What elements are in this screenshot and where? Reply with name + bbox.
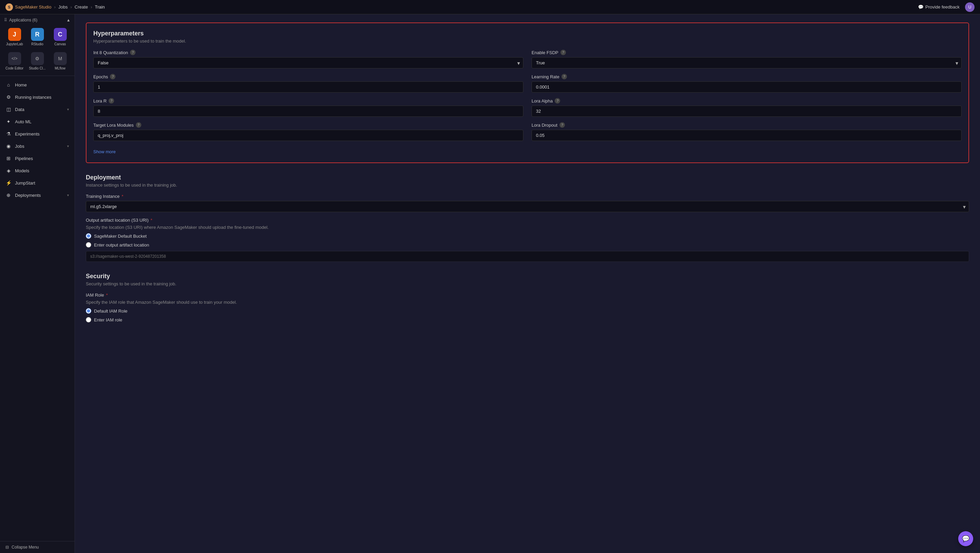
collapse-menu-button[interactable]: ⊟ Collapse Menu xyxy=(5,545,39,550)
iam-role-subtitle: Specify the IAM role that Amazon SageMak… xyxy=(86,300,969,305)
radio-custom-bucket-label: Enter output artifact location xyxy=(94,242,149,248)
jobs-icon: ◉ xyxy=(5,143,11,149)
breadcrumb-jobs[interactable]: Jobs xyxy=(58,5,67,10)
learning-rate-label: Learning Rate ? xyxy=(531,74,962,79)
nav-section: ⌂ Home ⚙ Running instances ◫ Data ▾ ✦ Au… xyxy=(0,76,75,541)
deployments-icon: ⊕ xyxy=(5,192,11,198)
radio-custom-iam-input[interactable] xyxy=(86,317,91,323)
sidebar-item-pipelines[interactable]: ⊞ Pipelines xyxy=(0,152,75,164)
output-artifact-subtitle: Specify the location (S3 URI) where Amaz… xyxy=(86,225,969,230)
radio-custom-iam[interactable]: Enter IAM role xyxy=(86,317,969,323)
app-studio-classic[interactable]: ⚙ Studio Cl... xyxy=(27,50,48,72)
app-code-editor[interactable]: </> Code Editor xyxy=(4,50,25,72)
grid-icon: ⠿ xyxy=(4,18,7,22)
app-canvas[interactable]: C Canvas xyxy=(50,26,70,48)
sidebar-item-experiments-label: Experiments xyxy=(15,132,69,137)
target-lora-help-icon[interactable]: ? xyxy=(136,122,141,128)
feedback-button[interactable]: 💬 Provide feedback xyxy=(918,5,959,10)
apps-header-left: ⠿ Applications (6) xyxy=(4,18,37,22)
deployment-title: Deployment xyxy=(86,174,969,181)
sidebar-item-running-instances[interactable]: ⚙ Running instances xyxy=(0,91,75,103)
app-mlflow[interactable]: M MLflow xyxy=(50,50,70,72)
lora-dropout-input[interactable] xyxy=(531,130,962,141)
epochs-label: Epochs ? xyxy=(93,74,523,79)
sidebar-item-deployments-label: Deployments xyxy=(15,193,64,198)
enable-fsdp-group: Enable FSDP ? True False xyxy=(531,50,962,68)
app-icon-studio-classic: ⚙ xyxy=(31,52,44,65)
breadcrumb: S SageMaker Studio › Jobs › Create › Tra… xyxy=(5,3,105,11)
app-icon-canvas: C xyxy=(54,28,67,41)
training-instance-required: * xyxy=(122,194,123,199)
breadcrumb-sep-3: › xyxy=(91,5,92,10)
jobs-chevron-icon: ▾ xyxy=(67,144,69,148)
breadcrumb-create[interactable]: Create xyxy=(75,5,88,10)
radio-default-iam-input[interactable] xyxy=(86,308,91,314)
jumpstart-icon: ⚡ xyxy=(5,180,11,186)
collapse-icon: ⊟ xyxy=(5,545,9,550)
pipelines-icon: ⊞ xyxy=(5,155,11,161)
app-icon-mlflow: M xyxy=(54,52,67,65)
sidebar-item-home[interactable]: ⌂ Home xyxy=(0,79,75,91)
output-artifact-label: Output artifact location (S3 URI) * xyxy=(86,218,969,223)
sidebar-item-deployments[interactable]: ⊕ Deployments ▾ xyxy=(0,189,75,201)
brand-logo[interactable]: S SageMaker Studio xyxy=(5,3,51,11)
lora-dropout-help-icon[interactable]: ? xyxy=(560,122,565,128)
sidebar-item-models-label: Models xyxy=(15,168,69,173)
s3-uri-input[interactable] xyxy=(86,251,969,262)
sidebar-bottom: ⊟ Collapse Menu xyxy=(0,541,75,553)
iam-role-group: IAM Role * Specify the IAM role that Ama… xyxy=(86,292,969,323)
iam-role-radio-group: Default IAM Role Enter IAM role xyxy=(86,308,969,323)
apps-section: ⠿ Applications (6) ▲ J JupyterLab R RStu… xyxy=(0,14,75,76)
lora-r-input[interactable] xyxy=(93,106,523,117)
sidebar-item-data[interactable]: ◫ Data ▾ xyxy=(0,103,75,116)
app-icon-jupyterlab: J xyxy=(8,28,21,41)
int8-help-icon[interactable]: ? xyxy=(130,50,135,55)
sidebar-item-experiments[interactable]: ⚗ Experiments xyxy=(0,128,75,140)
sidebar-item-models[interactable]: ◈ Models xyxy=(0,164,75,177)
hyperparameters-subtitle: Hyperparameters to be used to train the … xyxy=(93,38,962,44)
hyperparameters-title: Hyperparameters xyxy=(93,30,962,37)
hyperparameters-form: Int 8 Quantization ? False True xyxy=(93,50,962,146)
app-jupyterlab[interactable]: J JupyterLab xyxy=(4,26,25,48)
target-lora-label: Target Lora Modules ? xyxy=(93,122,523,128)
learning-rate-input[interactable] xyxy=(531,81,962,93)
brand-icon: S xyxy=(5,3,13,11)
lora-r-help-icon[interactable]: ? xyxy=(109,98,114,103)
app-label-canvas: Canvas xyxy=(54,42,66,46)
main-content: Hyperparameters Hyperparameters to be us… xyxy=(75,14,980,553)
enable-fsdp-select[interactable]: True False xyxy=(531,57,962,68)
app-label-jupyterlab: JupyterLab xyxy=(6,42,23,46)
radio-default-iam[interactable]: Default IAM Role xyxy=(86,308,969,314)
home-icon: ⌂ xyxy=(5,82,11,88)
sidebar-item-jobs[interactable]: ◉ Jobs ▾ xyxy=(0,140,75,152)
radio-custom-bucket-input[interactable] xyxy=(86,242,91,248)
epochs-help-icon[interactable]: ? xyxy=(110,74,115,79)
avatar[interactable]: U xyxy=(965,2,975,12)
int8-quantization-select[interactable]: False True xyxy=(93,57,523,68)
training-instance-select[interactable]: ml.g5.2xlarge xyxy=(86,201,969,212)
lora-dropout-label: Lora Dropout ? xyxy=(531,122,962,128)
sidebar-item-jumpstart[interactable]: ⚡ JumpStart xyxy=(0,177,75,189)
app-rstudio[interactable]: R RStudio xyxy=(27,26,48,48)
security-subtitle: Security settings to be used in the trai… xyxy=(86,281,969,286)
deployment-subtitle: Instance settings to be used in the trai… xyxy=(86,183,969,188)
models-icon: ◈ xyxy=(5,167,11,174)
show-more-button[interactable]: Show more xyxy=(93,148,116,156)
lora-alpha-input[interactable] xyxy=(531,106,962,117)
target-lora-input[interactable] xyxy=(93,130,523,141)
chat-bubble[interactable]: 💬 xyxy=(958,531,973,546)
apps-collapse-icon[interactable]: ▲ xyxy=(67,18,70,22)
fsdp-help-icon[interactable]: ? xyxy=(560,50,566,55)
training-instance-group: Training Instance * ml.g5.2xlarge xyxy=(86,194,969,212)
layout: ⠿ Applications (6) ▲ J JupyterLab R RStu… xyxy=(0,14,980,553)
learning-rate-help-icon[interactable]: ? xyxy=(562,74,567,79)
radio-default-bucket-input[interactable] xyxy=(86,233,91,239)
sidebar-item-running-instances-label: Running instances xyxy=(15,95,69,100)
sidebar-item-auto-ml[interactable]: ✦ Auto ML xyxy=(0,116,75,128)
radio-default-bucket[interactable]: SageMaker Default Bucket xyxy=(86,233,969,239)
radio-custom-bucket[interactable]: Enter output artifact location xyxy=(86,242,969,248)
epochs-input[interactable] xyxy=(93,81,523,93)
experiments-icon: ⚗ xyxy=(5,131,11,137)
lora-alpha-help-icon[interactable]: ? xyxy=(555,98,560,103)
security-section: Security Security settings to be used in… xyxy=(86,273,969,323)
